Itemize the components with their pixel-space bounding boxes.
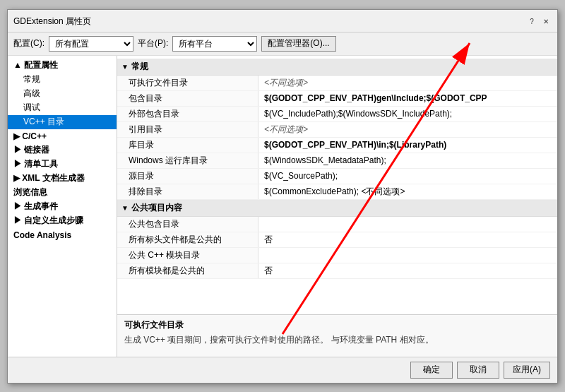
platform-label: 平台(P): [138,37,168,49]
title-controls: ? ✕ [526,16,552,26]
table-row: 可执行文件目录<不同选项> [117,76,557,91]
table-row: 引用目录<不同选项> [117,122,557,138]
sidebar-item-build-events[interactable]: ▶ 生成事件 [8,200,117,214]
prop-value[interactable]: $(GODOT_CPP_ENV_PATH)gen\Include;$(GODOT… [258,91,557,106]
main-area: ▲ 配置属性常规高级调试VC++ 目录▶ C/C++▶ 链接器▶ 清单工具▶ X… [8,56,557,357]
table-row: 公共包含目录 [117,217,557,232]
table-row: 外部包含目录$(VC_IncludePath);$(WindowsSDK_Inc… [117,107,557,122]
prop-name: 源目录 [117,169,258,184]
dialog-title: GDExtension 属性页 [13,16,91,28]
general-properties: 可执行文件目录<不同选项>包含目录$(GODOT_CPP_ENV_PATH)ge… [117,76,557,200]
sidebar-item-advanced[interactable]: 高级 [8,87,117,101]
apply-button[interactable]: 应用(A) [504,362,550,379]
prop-name: 外部包含目录 [117,107,258,121]
sidebar-item-code-analysis[interactable]: Code Analysis [8,228,117,242]
prop-name: 所有模块都是公共的 [117,263,258,278]
sidebar-item-xml-gen[interactable]: ▶ XML 文档生成器 [8,172,117,186]
sidebar-item-cpp[interactable]: ▶ C/C++ [8,129,117,143]
prop-value[interactable]: $(CommonExcludePath); <不同选项> [258,184,557,199]
sidebar-item-manifest[interactable]: ▶ 清单工具 [8,158,117,172]
sidebar-item-custom-build[interactable]: ▶ 自定义生成步骤 [8,214,117,228]
toolbar: 配置(C): 所有配置 平台(P): 所有平台 配置管理器(O)... [8,32,557,56]
prop-name: 包含目录 [117,91,258,106]
info-panel-description: 生成 VC++ 项目期间，搜索可执行文件时使用的路径。 与环境变量 PATH 相… [124,334,550,346]
table-row: Windows 运行库目录$(WindowsSDK_MetadataPath); [117,153,557,169]
sidebar-item-linker[interactable]: ▶ 链接器 [8,143,117,158]
table-row: 包含目录$(GODOT_CPP_ENV_PATH)gen\Include;$(G… [117,91,557,107]
public-section-label: 公共项目内容 [131,202,182,214]
info-panel: 可执行文件目录 生成 VC++ 项目期间，搜索可执行文件时使用的路径。 与环境变… [117,314,557,357]
prop-name: 所有标头文件都是公共的 [117,232,258,247]
cancel-button[interactable]: 取消 [457,362,499,379]
sidebar: ▲ 配置属性常规高级调试VC++ 目录▶ C/C++▶ 链接器▶ 清单工具▶ X… [8,56,117,357]
prop-value[interactable]: <不同选项> [258,122,557,137]
properties-table: ▼ 常规 可执行文件目录<不同选项>包含目录$(GODOT_CPP_ENV_PA… [117,56,557,314]
prop-name: 公共 C++ 模块目录 [117,248,258,263]
prop-value[interactable]: $(VC_SourcePath); [258,169,557,184]
config-label: 配置(C): [13,37,44,49]
sidebar-item-browser[interactable]: 浏览信息 [8,186,117,200]
prop-value[interactable]: $(VC_IncludePath);$(WindowsSDK_IncludePa… [258,107,557,121]
footer: 确定 取消 应用(A) [8,357,557,383]
prop-value[interactable]: 否 [258,232,557,247]
platform-select[interactable]: 所有平台 [172,36,257,52]
prop-name: 引用目录 [117,122,258,137]
info-panel-title: 可执行文件目录 [124,319,550,331]
table-row: 所有模块都是公共的否 [117,263,557,279]
sidebar-item-vcpp-dirs[interactable]: VC++ 目录 [8,115,117,129]
prop-value[interactable]: <不同选项> [258,76,557,90]
general-section-label: 常规 [131,61,148,73]
public-properties: 公共包含目录所有标头文件都是公共的否公共 C++ 模块目录所有模块都是公共的否 [117,217,557,279]
table-row: 源目录$(VC_SourcePath); [117,169,557,184]
prop-value[interactable]: $(WindowsSDK_MetadataPath); [258,153,557,168]
ok-button[interactable]: 确定 [410,362,453,379]
section-arrow-public: ▼ [121,204,129,212]
config-select[interactable]: 所有配置 [49,36,133,52]
table-row: 排除目录$(CommonExcludePath); <不同选项> [117,184,557,200]
prop-value[interactable] [258,248,557,263]
prop-name: 可执行文件目录 [117,76,258,90]
table-row: 公共 C++ 模块目录 [117,248,557,263]
sidebar-item-debug[interactable]: 调试 [8,101,117,115]
sidebar-item-general[interactable]: 常规 [8,73,117,87]
prop-value[interactable] [258,217,557,232]
config-manager-button[interactable]: 配置管理器(O)... [261,36,335,52]
close-button[interactable]: ✕ [540,16,552,26]
general-section-header[interactable]: ▼ 常规 [117,59,557,76]
prop-value[interactable]: $(GODOT_CPP_ENV_PATH)\in;$(LibraryPath) [258,138,557,153]
content-area: ▼ 常规 可执行文件目录<不同选项>包含目录$(GODOT_CPP_ENV_PA… [117,56,557,357]
prop-name: 公共包含目录 [117,217,258,232]
table-row: 库目录$(GODOT_CPP_ENV_PATH)\in;$(LibraryPat… [117,138,557,153]
prop-value[interactable]: 否 [258,263,557,278]
sidebar-item-config-props[interactable]: ▲ 配置属性 [8,59,117,73]
table-row: 所有标头文件都是公共的否 [117,232,557,248]
title-bar: GDExtension 属性页 ? ✕ [8,10,557,32]
prop-name: 排除目录 [117,184,258,199]
help-button[interactable]: ? [526,16,537,26]
public-section-header[interactable]: ▼ 公共项目内容 [117,200,557,217]
prop-name: 库目录 [117,138,258,153]
prop-name: Windows 运行库目录 [117,153,258,168]
section-arrow-general: ▼ [121,63,129,71]
